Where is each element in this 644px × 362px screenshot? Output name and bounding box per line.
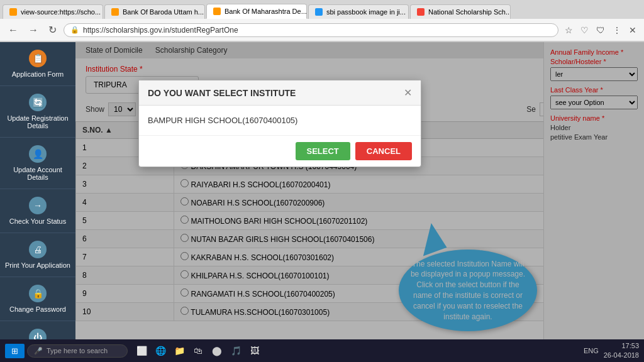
- browser-nav: ← → ↻ 🔒 https://scholarships.gov.in/stud…: [0, 19, 644, 41]
- taskbar-task-view[interactable]: ⬜: [133, 342, 150, 359]
- lock-icon: 🔒: [70, 26, 79, 34]
- close-window-button[interactable]: ✕: [626, 24, 639, 36]
- sidebar-item-application-form[interactable]: 📋 Application Form: [0, 42, 75, 86]
- taskbar-spotify[interactable]: 🎵: [227, 342, 245, 359]
- sidebar-check-status-label: Check Your Status: [9, 217, 67, 225]
- forward-button[interactable]: →: [25, 23, 42, 37]
- start-button[interactable]: ⊞: [5, 344, 25, 358]
- main-layout: 📋 Application Form 🔄 Update Registration…: [0, 42, 644, 362]
- sidebar-item-update-account[interactable]: 👤 Update Account Details: [0, 138, 75, 189]
- back-button[interactable]: ←: [5, 23, 21, 37]
- sidebar-update-account-label: Update Account Details: [5, 166, 70, 181]
- sidebar: 📋 Application Form 🔄 Update Registration…: [0, 42, 75, 362]
- modal-header: DO YOU WANT SELECT INSTITUTE ✕: [139, 80, 421, 106]
- menu-button[interactable]: ⋮: [610, 24, 624, 36]
- taskbar-store[interactable]: 🛍: [189, 342, 207, 359]
- taskbar-date: 26-04-2018: [604, 351, 639, 360]
- tab-2-label: Bank Of Baroda Uttam h...: [123, 8, 204, 16]
- star-button[interactable]: ☆: [562, 24, 575, 36]
- application-form-icon: 📋: [29, 50, 47, 67]
- tab-5[interactable]: National Scholarship Sch... ×: [410, 4, 511, 19]
- taskbar-edge[interactable]: 🌐: [152, 342, 169, 359]
- taskbar: ⊞ 🎤 Type here to search ⬜ 🌐 📁 🛍 ⬤ 🎵 🖼 EN…: [0, 339, 644, 362]
- tab-5-favicon: [417, 8, 425, 16]
- taskbar-quick-launch: ⬜ 🌐 📁 🛍 ⬤ 🎵 🖼: [133, 342, 264, 359]
- tab-1-favicon: [9, 8, 17, 16]
- print-application-icon: 🖨: [29, 241, 47, 258]
- tab-1[interactable]: view-source:https://scho... ×: [3, 4, 103, 19]
- time-display: 17:53 26-04-2018: [604, 341, 639, 361]
- nav-icons: ☆ ♡ 🛡 ⋮ ✕: [562, 24, 639, 36]
- modal-title: DO YOU WANT SELECT INSTITUTE: [148, 88, 296, 98]
- sidebar-update-registration-label: Update Registration Details: [5, 114, 70, 129]
- url-display: https://scholarships.gov.in/studentRegPa…: [83, 26, 552, 35]
- update-account-icon: 👤: [29, 145, 47, 163]
- taskbar-lang: ENG: [584, 347, 599, 354]
- tab-4-favicon: [315, 8, 323, 16]
- tab-3[interactable]: Bank Of Maharashtra De... ×: [206, 4, 307, 19]
- modal-close-button[interactable]: ✕: [404, 87, 412, 99]
- reload-button[interactable]: ↻: [45, 23, 60, 37]
- sidebar-change-password-label: Change Password: [9, 305, 66, 313]
- modal-institution-name: BAMPUR HIGH SCHOOL(16070400105): [148, 116, 297, 125]
- taskbar-right: ENG 17:53 26-04-2018: [584, 341, 639, 361]
- select-institute-modal: DO YOU WANT SELECT INSTITUTE ✕ BAMPUR HI…: [138, 80, 421, 167]
- cancel-button[interactable]: CANCEL: [355, 142, 412, 160]
- update-registration-icon: 🔄: [29, 94, 47, 111]
- sidebar-application-form-label: Application Form: [12, 70, 64, 78]
- tab-3-favicon: [213, 8, 221, 15]
- select-button[interactable]: SELECT: [296, 142, 350, 160]
- modal-footer: SELECT CANCEL: [139, 135, 421, 167]
- tab-2-favicon: [111, 8, 119, 16]
- sidebar-print-application-label: Print Your Application: [5, 261, 70, 269]
- tab-4[interactable]: sbi passbook image in ji... ×: [308, 4, 409, 19]
- taskbar-search[interactable]: 🎤 Type here to search: [27, 344, 128, 358]
- change-password-icon: 🔒: [29, 285, 47, 302]
- browser-tabs: view-source:https://scho... × Bank Of Ba…: [0, 0, 644, 19]
- content-area: State of Domicile Scholarship Category I…: [75, 42, 644, 362]
- heart-button[interactable]: ♡: [578, 24, 591, 36]
- address-bar[interactable]: 🔒 https://scholarships.gov.in/studentReg…: [64, 23, 558, 37]
- taskbar-search-placeholder: Type here to search: [47, 347, 108, 354]
- taskbar-explorer[interactable]: 📁: [170, 342, 188, 359]
- sidebar-item-print-application[interactable]: 🖨 Print Your Application: [0, 233, 75, 277]
- taskbar-chrome[interactable]: ⬤: [208, 342, 226, 359]
- tab-4-label: sbi passbook image in ji...: [326, 8, 406, 16]
- tab-3-label: Bank Of Maharashtra De...: [225, 8, 307, 15]
- sidebar-item-update-registration[interactable]: 🔄 Update Registration Details: [0, 86, 75, 138]
- tab-5-label: National Scholarship Sch...: [428, 8, 511, 16]
- tab-2[interactable]: Bank Of Baroda Uttam h... ×: [104, 4, 205, 19]
- sidebar-item-change-password[interactable]: 🔒 Change Password: [0, 277, 75, 321]
- modal-body: BAMPUR HIGH SCHOOL(16070400105): [139, 106, 421, 135]
- taskbar-time: 17:53: [604, 341, 639, 351]
- browser-chrome: view-source:https://scho... × Bank Of Ba…: [0, 0, 644, 42]
- tab-1-label: view-source:https://scho...: [21, 8, 101, 16]
- sidebar-item-check-status[interactable]: → Check Your Status: [0, 189, 75, 233]
- search-mic-icon: 🎤: [34, 347, 43, 355]
- check-status-icon: →: [29, 197, 47, 214]
- shield-button[interactable]: 🛡: [594, 24, 608, 36]
- taskbar-photos[interactable]: 🖼: [246, 342, 264, 359]
